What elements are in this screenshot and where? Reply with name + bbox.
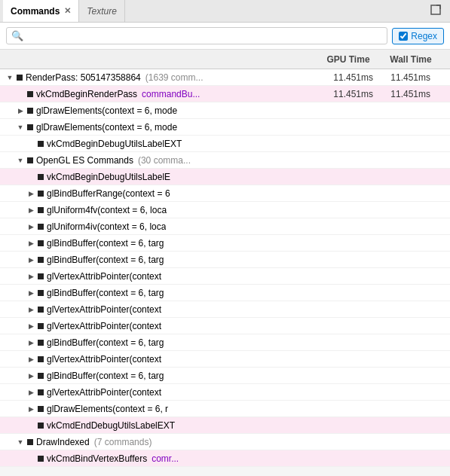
expand-icon[interactable]: ▶ xyxy=(26,238,36,249)
row-label: glUniform4fv(context = 6, loca xyxy=(47,205,167,215)
row-gpu-time: 11.451ms xyxy=(314,72,382,83)
search-bar: 🔍 Regex xyxy=(0,23,450,50)
expand-icon[interactable]: ▶ xyxy=(26,354,36,365)
expand-icon[interactable]: ▶ xyxy=(26,205,36,215)
row-label: vkCmdBeginDebugUtilsLabelE xyxy=(47,172,170,182)
tab-texture[interactable]: Texture xyxy=(79,0,125,22)
tab-bar: Commands ✕ Texture xyxy=(0,0,450,23)
black-square-icon xyxy=(38,290,44,296)
regex-label: Regex xyxy=(411,31,437,41)
row-name-cell: ▶glBindBuffer(context = 6, targ xyxy=(0,371,314,381)
row-name-cell: ▼RenderPass: 505147358864(1639 comm... xyxy=(0,72,314,83)
collapse-icon[interactable]: ▼ xyxy=(5,72,15,83)
table-row[interactable]: ▼DrawIndexed(7 commands) xyxy=(0,434,450,450)
tab-commands-label: Commands xyxy=(11,6,60,17)
row-name-cell: ▶glBindBuffer(context = 6, targ xyxy=(0,238,314,249)
row-label: glBindBufferRange(context = 6 xyxy=(47,188,170,199)
maximize-button[interactable] xyxy=(424,2,447,20)
expand-icon[interactable]: ▶ xyxy=(26,271,36,282)
row-name-cell: ▶glVertexAttribPointer(context xyxy=(0,354,314,365)
black-square-icon xyxy=(38,224,44,230)
row-name-cell: vkCmdEndDebugUtilsLabelEXT xyxy=(0,420,314,431)
table-row[interactable]: ▶glBindBuffer(context = 6, targ xyxy=(0,235,450,252)
black-square-icon xyxy=(38,389,44,395)
table-row[interactable]: ▼RenderPass: 505147358864(1639 comm...11… xyxy=(0,69,450,86)
regex-checkbox[interactable] xyxy=(399,32,408,41)
row-gpu-time: 11.451ms xyxy=(314,89,382,99)
table-row[interactable]: ▶glDrawElements(context = 6, mode xyxy=(0,102,450,119)
table-row[interactable]: ▶glVertexAttribPointer(context xyxy=(0,268,450,285)
expand-icon[interactable]: ▶ xyxy=(26,387,36,398)
tab-commands-close[interactable]: ✕ xyxy=(64,6,71,16)
table-row[interactable]: ▶glBindBuffer(context = 6, targ xyxy=(0,368,450,384)
table-row[interactable]: ▶glBindBuffer(context = 6, targ xyxy=(0,334,450,351)
row-extra: (1639 comm... xyxy=(145,72,204,83)
table-row[interactable]: ▶glUniform4iv(context = 6, loca xyxy=(0,218,450,235)
table-row[interactable]: ▶glVertexAttribPointer(context xyxy=(0,351,450,368)
table-row[interactable]: ▶glUniform4fv(context = 6, loca xyxy=(0,202,450,218)
expand-icon[interactable]: ▶ xyxy=(26,321,36,331)
row-label: DrawIndexed xyxy=(36,437,90,447)
black-square-icon xyxy=(17,75,23,81)
row-name-cell: ▶glVertexAttribPointer(context xyxy=(0,321,314,331)
search-input[interactable] xyxy=(27,31,382,41)
table-row[interactable]: ▶glVertexAttribPointer(context xyxy=(0,301,450,318)
expand-icon[interactable]: ▶ xyxy=(26,371,36,381)
table-row[interactable]: ▶glVertexAttribPointer(context xyxy=(0,318,450,334)
black-square-icon xyxy=(38,141,44,147)
table-row[interactable]: vkCmdBindVertexBufferscomr... xyxy=(0,450,450,467)
table-row[interactable]: ▼OpenGL ES Commands(30 comma... xyxy=(0,152,450,169)
table-row[interactable]: ▶glDrawElements(context = 6, r xyxy=(0,401,450,417)
table-body[interactable]: ▼RenderPass: 505147358864(1639 comm...11… xyxy=(0,69,450,468)
row-name-cell: vkCmdBeginDebugUtilsLabelE xyxy=(0,172,314,182)
black-square-icon xyxy=(38,356,44,362)
expand-icon[interactable]: ▶ xyxy=(26,221,36,232)
table-row[interactable]: ▶glBindBuffer(context = 6, targ xyxy=(0,252,450,268)
row-name-cell: ▶glDrawElements(context = 6, mode xyxy=(0,105,314,116)
row-name-cell: vkCmdBeginRenderPasscommandBu... xyxy=(0,89,314,99)
table-row[interactable]: vkCmdBeginDebugUtilsLabelEXT xyxy=(0,136,450,152)
row-name-cell: ▶glVertexAttribPointer(context xyxy=(0,271,314,282)
expand-icon[interactable]: ▶ xyxy=(26,188,36,199)
table-row[interactable]: ▼glDrawElements(context = 6, mode xyxy=(0,119,450,136)
expand-icon[interactable]: ▶ xyxy=(15,105,26,116)
table-row[interactable]: vkCmdEndDebugUtilsLabelEXT xyxy=(0,417,450,434)
expand-icon[interactable]: ▶ xyxy=(26,304,36,315)
row-name-cell: ▶glUniform4fv(context = 6, loca xyxy=(0,205,314,215)
row-label: glVertexAttribPointer(context xyxy=(47,304,161,315)
expand-icon[interactable]: ▶ xyxy=(26,404,36,414)
black-square-icon xyxy=(38,207,44,213)
row-name-cell: ▶glVertexAttribPointer(context xyxy=(0,304,314,315)
row-label: glBindBuffer(context = 6, targ xyxy=(47,238,164,249)
row-label: glVertexAttribPointer(context xyxy=(47,387,161,398)
row-name-cell: ▼OpenGL ES Commands(30 comma... xyxy=(0,155,314,166)
tab-texture-label: Texture xyxy=(87,6,117,17)
black-square-icon xyxy=(38,240,44,246)
collapse-icon[interactable]: ▼ xyxy=(15,155,26,166)
black-square-icon xyxy=(27,91,33,97)
expand-icon[interactable]: ▶ xyxy=(26,288,36,298)
collapse-icon[interactable]: ▼ xyxy=(15,437,26,447)
black-square-icon xyxy=(38,191,44,197)
row-name-cell: vkCmdBindVertexBufferscomr... xyxy=(0,453,314,464)
collapse-icon[interactable]: ▼ xyxy=(15,122,26,133)
black-square-icon xyxy=(27,124,33,130)
regex-button[interactable]: Regex xyxy=(392,28,444,44)
row-label: glBindBuffer(context = 6, targ xyxy=(47,371,164,381)
expand-icon[interactable]: ▶ xyxy=(26,337,36,348)
expand-icon[interactable]: ▶ xyxy=(26,255,36,265)
row-label: glBindBuffer(context = 6, targ xyxy=(47,337,164,348)
row-label: glDrawElements(context = 6, mode xyxy=(36,122,177,133)
row-extra: (30 comma... xyxy=(138,155,191,166)
maximize-icon xyxy=(430,5,441,15)
tab-commands[interactable]: Commands ✕ xyxy=(3,0,79,22)
row-extra: comr... xyxy=(152,453,179,464)
table-row[interactable]: ▶glBindBufferRange(context = 6 xyxy=(0,185,450,202)
table-row[interactable]: vkCmdBeginDebugUtilsLabelE xyxy=(0,169,450,185)
table-row[interactable]: ▶glVertexAttribPointer(context xyxy=(0,384,450,401)
black-square-icon xyxy=(38,174,44,180)
row-name-cell: ▶glUniform4iv(context = 6, loca xyxy=(0,221,314,232)
table-row[interactable]: ▶glBindBuffer(context = 6, targ xyxy=(0,285,450,301)
search-input-wrap[interactable]: 🔍 xyxy=(6,27,387,44)
table-row[interactable]: vkCmdBeginRenderPasscommandBu...11.451ms… xyxy=(0,86,450,102)
